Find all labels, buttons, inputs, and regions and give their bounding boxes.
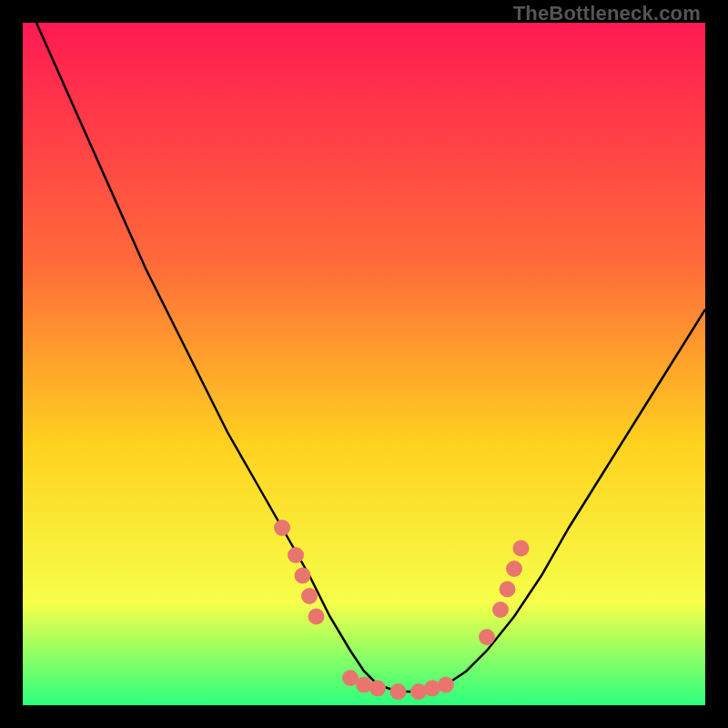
data-marker: [424, 680, 440, 696]
data-marker: [513, 541, 530, 557]
data-marker: [492, 602, 509, 618]
data-marker: [274, 520, 290, 536]
bottleneck-chart: [23, 23, 705, 705]
chart-frame: [23, 23, 705, 705]
data-marker: [506, 561, 522, 577]
data-marker: [500, 581, 516, 598]
data-marker: [369, 680, 386, 696]
data-marker: [390, 683, 407, 700]
data-marker: [479, 629, 495, 645]
gradient-background: [23, 23, 705, 705]
data-marker: [288, 547, 304, 563]
data-marker: [410, 683, 427, 700]
data-marker: [356, 677, 372, 693]
data-marker: [438, 677, 454, 693]
data-marker: [308, 609, 325, 625]
data-marker: [301, 588, 318, 604]
data-marker: [295, 568, 311, 584]
